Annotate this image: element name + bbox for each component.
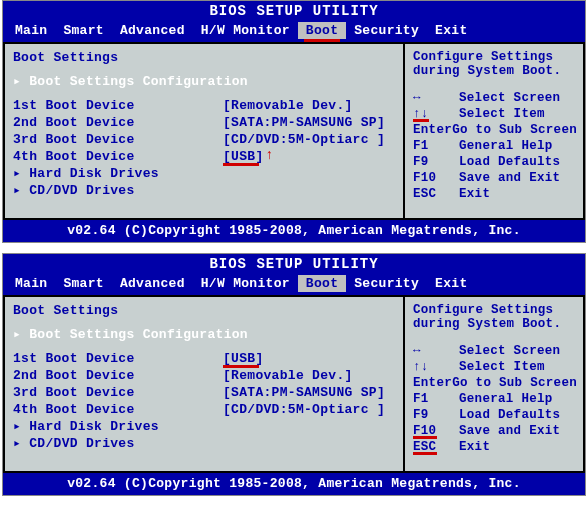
help-desc: Load Defaults [459,154,577,170]
boot-settings-config[interactable]: ▸ Boot Settings Configuration [13,73,395,89]
bios-window-2: BIOS SETUP UTILITY MainSmartAdvancedH/W … [2,253,586,496]
help-key: F10 [413,423,459,439]
help-line: ↑↓Select Item [413,106,577,122]
help-desc: Select Screen [459,90,577,106]
boot-device-label: 3rd Boot Device [13,384,223,401]
menu-item-boot[interactable]: Boot [298,275,346,292]
title-bar: BIOS SETUP UTILITY [3,254,585,273]
menu-item-exit[interactable]: Exit [427,275,475,292]
help-desc: Save and Exit [459,170,577,186]
boot-device-row[interactable]: 4th Boot Device[CD/DVD:5M-Optiarc ] [13,401,395,418]
help-desc: Select Item [459,106,577,122]
content-area: Boot Settings ▸ Boot Settings Configurat… [3,295,585,471]
help-desc: Go to Sub Screen [452,122,577,138]
boot-device-row[interactable]: 3rd Boot Device[SATA:PM-SAMSUNG SP] [13,384,395,401]
help-desc: Select Screen [459,343,577,359]
boot-settings-config[interactable]: ▸ Boot Settings Configuration [13,326,395,342]
boot-device-row[interactable]: 1st Boot Device[Removable Dev.] [13,97,395,114]
boot-device-label: 4th Boot Device [13,401,223,418]
section-heading: Boot Settings [13,50,395,65]
help-line: ESCExit [413,186,577,202]
boot-device-value: [USB]↑ [223,148,395,165]
boot-device-value: [USB] [223,350,395,367]
help-title-line2: during System Boot. [413,317,577,331]
boot-device-label: 3rd Boot Device [13,131,223,148]
help-title-line1: Configure Settings [413,303,577,317]
content-area: Boot Settings ▸ Boot Settings Configurat… [3,42,585,218]
help-key: F9 [413,154,459,170]
help-desc: Load Defaults [459,407,577,423]
boot-device-row[interactable]: 1st Boot Device[USB] [13,350,395,367]
boot-device-label: 1st Boot Device [13,350,223,367]
submenu-item[interactable]: ▸ Hard Disk Drives [13,165,395,182]
boot-device-row[interactable]: 4th Boot Device[USB]↑ [13,148,395,165]
help-key: F9 [413,407,459,423]
help-line: ↔Select Screen [413,343,577,359]
help-line: ↑↓Select Item [413,359,577,375]
boot-device-row[interactable]: 2nd Boot Device[Removable Dev.] [13,367,395,384]
menu-item-smart[interactable]: Smart [55,22,112,39]
help-key: ESC [413,439,459,455]
footer-bar: v02.64 (C)Copyright 1985-2008, American … [3,218,585,242]
help-key: F10 [413,170,459,186]
help-line: EnterGo to Sub Screen [413,122,577,138]
footer-bar: v02.64 (C)Copyright 1985-2008, American … [3,471,585,495]
menu-item-smart[interactable]: Smart [55,275,112,292]
menu-item-main[interactable]: Main [7,275,55,292]
menu-item-security[interactable]: Security [346,22,427,39]
bios-window-1: BIOS SETUP UTILITY MainSmartAdvancedH/W … [2,0,586,243]
menu-item-exit[interactable]: Exit [427,22,475,39]
menu-item-main[interactable]: Main [7,22,55,39]
main-panel: Boot Settings ▸ Boot Settings Configurat… [5,297,403,471]
help-key: ↔ [413,90,459,106]
help-desc: General Help [459,391,577,407]
boot-device-row[interactable]: 2nd Boot Device[SATA:PM-SAMSUNG SP] [13,114,395,131]
help-key: Enter [413,122,452,138]
help-key: Enter [413,375,452,391]
help-line: F1General Help [413,138,577,154]
help-panel: Configure Settings during System Boot. ↔… [403,297,583,471]
help-key: ↔ [413,343,459,359]
submenu-item[interactable]: ▸ CD/DVD Drives [13,182,395,199]
section-heading: Boot Settings [13,303,395,318]
help-title-line1: Configure Settings [413,50,577,64]
help-key: ESC [413,186,459,202]
help-desc: Save and Exit [459,423,577,439]
menu-item-hwmonitor[interactable]: H/W Monitor [193,22,298,39]
boot-device-value: [SATA:PM-SAMSUNG SP] [223,114,395,131]
boot-device-value: [SATA:PM-SAMSUNG SP] [223,384,395,401]
menu-item-hwmonitor[interactable]: H/W Monitor [193,275,298,292]
help-desc: Select Item [459,359,577,375]
help-key: F1 [413,138,459,154]
boot-device-row[interactable]: 3rd Boot Device[CD/DVD:5M-Optiarc ] [13,131,395,148]
help-desc: Go to Sub Screen [452,375,577,391]
help-title-line2: during System Boot. [413,64,577,78]
help-line: F1General Help [413,391,577,407]
menu-item-boot[interactable]: Boot [298,22,346,39]
help-desc: Exit [459,439,577,455]
menu-item-advanced[interactable]: Advanced [112,275,193,292]
menu-bar: MainSmartAdvancedH/W MonitorBootSecurity… [3,273,585,295]
boot-device-label: 1st Boot Device [13,97,223,114]
help-key: ↑↓ [413,359,459,375]
boot-device-value: [Removable Dev.] [223,97,395,114]
help-panel: Configure Settings during System Boot. ↔… [403,44,583,218]
help-line: ESCExit [413,439,577,455]
help-line: EnterGo to Sub Screen [413,375,577,391]
submenu-item[interactable]: ▸ CD/DVD Drives [13,435,395,452]
title-bar: BIOS SETUP UTILITY [3,1,585,20]
menu-item-security[interactable]: Security [346,275,427,292]
help-desc: Exit [459,186,577,202]
boot-device-value: [CD/DVD:5M-Optiarc ] [223,131,395,148]
boot-device-value: [CD/DVD:5M-Optiarc ] [223,401,395,418]
main-panel: Boot Settings ▸ Boot Settings Configurat… [5,44,403,218]
arrow-up-icon: ↑ [265,147,274,164]
help-line: F10Save and Exit [413,170,577,186]
menu-item-advanced[interactable]: Advanced [112,22,193,39]
boot-device-label: 2nd Boot Device [13,367,223,384]
menu-bar: MainSmartAdvancedH/W MonitorBootSecurity… [3,20,585,42]
help-desc: General Help [459,138,577,154]
submenu-item[interactable]: ▸ Hard Disk Drives [13,418,395,435]
help-line: F9Load Defaults [413,407,577,423]
help-line: F10Save and Exit [413,423,577,439]
